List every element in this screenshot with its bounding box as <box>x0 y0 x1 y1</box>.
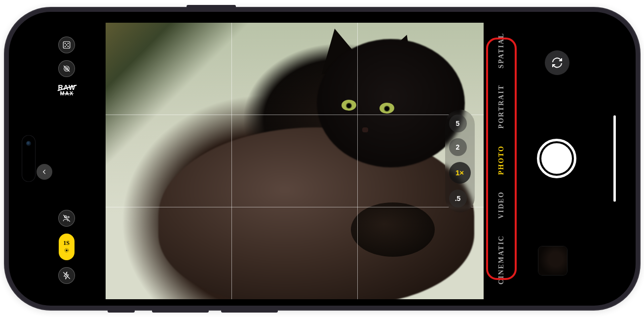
zoom-2x[interactable]: 2 <box>449 138 467 156</box>
svg-point-2 <box>68 43 69 43</box>
switch-camera-icon <box>551 57 563 69</box>
mode-portrait[interactable]: PORTRAIT <box>498 84 505 128</box>
raw-label: RAW <box>58 84 76 91</box>
cat-nose <box>362 127 368 132</box>
svg-point-12 <box>66 249 68 251</box>
switch-camera-button[interactable] <box>545 50 569 75</box>
side-button-power <box>187 5 236 8</box>
annotation-highlight-mode-selector: SPATIAL PORTRAIT PHOTO VIDEO CINEMATIC <box>486 38 517 280</box>
camera-app: 5 2 1× .5 RAW <box>10 13 635 305</box>
timer-value: 1S <box>63 240 70 246</box>
grid-line <box>106 115 484 115</box>
side-button-switch <box>108 309 135 313</box>
mode-photo[interactable]: PHOTO <box>498 145 505 175</box>
zoom-1x[interactable]: 1× <box>449 162 471 184</box>
live-photo-timer-button[interactable]: 1S <box>59 234 75 260</box>
svg-point-10 <box>68 216 69 218</box>
night-mode-button[interactable] <box>58 60 75 77</box>
viewfinder[interactable]: 5 2 1× .5 <box>106 23 484 299</box>
side-button-vol-down <box>221 309 278 313</box>
side-button-vol-up <box>152 309 209 313</box>
svg-point-4 <box>68 46 69 46</box>
screen: 5 2 1× .5 RAW <box>9 12 636 306</box>
grid-line <box>357 23 358 299</box>
cat-paw <box>351 202 435 257</box>
svg-point-1 <box>65 43 66 43</box>
iphone-frame: 5 2 1× .5 RAW <box>4 7 641 311</box>
rawmax-label: MAX <box>58 91 76 96</box>
zoom-0_5x[interactable]: .5 <box>449 190 467 207</box>
camera-mode-selector[interactable]: SPATIAL PORTRAIT PHOTO VIDEO CINEMATIC <box>488 40 515 278</box>
last-photo-thumbnail[interactable] <box>538 246 567 275</box>
svg-point-3 <box>65 46 66 46</box>
svg-line-8 <box>64 66 70 72</box>
zoom-5x[interactable]: 5 <box>449 115 467 132</box>
mode-spatial[interactable]: SPATIAL <box>498 33 505 69</box>
zoom-picker[interactable]: 5 2 1× .5 <box>445 110 475 212</box>
flash-off-icon <box>62 271 71 280</box>
mode-cinematic[interactable]: CINEMATIC <box>498 235 505 284</box>
chevron-left-icon <box>41 168 48 175</box>
controls-drawer-toggle[interactable] <box>37 164 52 180</box>
shutter-button[interactable] <box>537 139 576 178</box>
mode-video[interactable]: VIDEO <box>498 191 505 219</box>
flash-button[interactable] <box>58 267 75 284</box>
raw-toggle[interactable]: RAW MAX <box>58 84 76 96</box>
night-mode-off-icon <box>62 64 71 73</box>
svg-point-5 <box>67 44 67 45</box>
grid-style-icon <box>62 40 71 49</box>
grid-line <box>231 23 232 299</box>
photographic-styles-button[interactable] <box>58 37 75 53</box>
grid-line <box>106 207 484 207</box>
person-depth-off-icon <box>62 214 71 223</box>
depth-person-button[interactable] <box>58 210 75 227</box>
live-rings-icon <box>62 247 71 253</box>
